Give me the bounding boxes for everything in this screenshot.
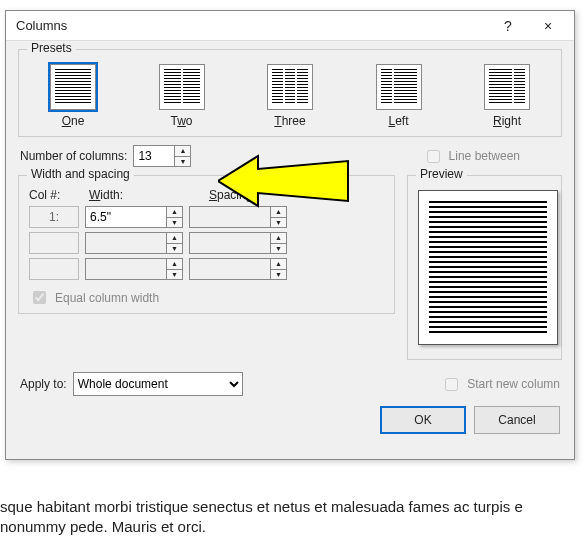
background-text-top bbox=[0, 0, 583, 8]
